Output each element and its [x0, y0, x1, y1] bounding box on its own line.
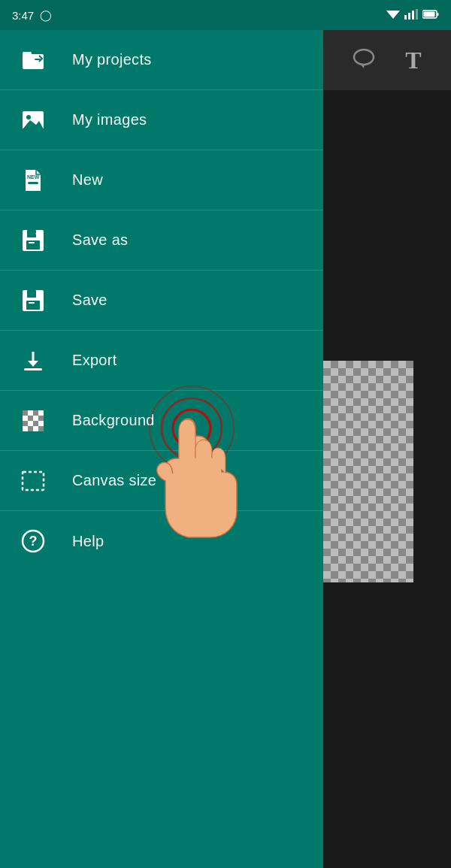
- my-projects-label: My projects: [72, 51, 152, 68]
- menu-item-canvas-size[interactable]: Canvas size: [0, 451, 323, 511]
- svg-rect-40: [38, 426, 44, 431]
- svg-rect-3: [412, 11, 414, 20]
- svg-rect-1: [404, 15, 407, 20]
- svg-marker-9: [360, 64, 365, 68]
- svg-rect-26: [27, 290, 36, 298]
- svg-rect-35: [28, 416, 33, 421]
- svg-rect-7: [424, 12, 435, 17]
- svg-rect-27: [26, 301, 40, 310]
- svg-rect-28: [29, 302, 35, 304]
- status-bar-right: [386, 9, 439, 22]
- svg-rect-21: [29, 242, 35, 243]
- right-panel-icons: T: [323, 30, 451, 90]
- svg-point-14: [26, 115, 31, 119]
- svg-rect-16: [28, 182, 38, 184]
- help-label: Help: [72, 533, 104, 550]
- save-icon: [18, 286, 48, 316]
- menu-item-my-images[interactable]: My images: [0, 90, 323, 150]
- battery-icon: [422, 9, 439, 21]
- menu-item-export[interactable]: Export: [0, 331, 323, 391]
- canvas-area: [323, 361, 413, 582]
- menu-item-save-as[interactable]: Save as: [0, 210, 323, 271]
- menu-item-my-projects[interactable]: My projects: [0, 30, 323, 90]
- svg-rect-37: [23, 421, 28, 426]
- new-label: New: [72, 171, 103, 189]
- svg-point-8: [354, 50, 374, 65]
- svg-rect-38: [33, 421, 38, 426]
- svg-rect-36: [38, 416, 44, 421]
- menu-item-background[interactable]: Background: [0, 391, 323, 451]
- svg-text:?: ?: [29, 534, 38, 549]
- svg-rect-20: [26, 240, 40, 250]
- my-images-icon: [18, 105, 48, 135]
- menu-item-help[interactable]: ? Help: [0, 511, 323, 571]
- wifi-icon: [386, 9, 400, 22]
- svg-marker-0: [386, 11, 400, 19]
- svg-rect-2: [408, 13, 410, 20]
- svg-rect-41: [23, 472, 44, 490]
- speech-bubble-icon[interactable]: [353, 47, 375, 74]
- canvas-size-icon: [18, 466, 48, 496]
- svg-text:NEW: NEW: [27, 174, 40, 180]
- signal-icon: [404, 9, 418, 22]
- export-icon: [18, 346, 48, 376]
- text-tool-icon[interactable]: T: [405, 47, 421, 74]
- svg-rect-34: [33, 410, 38, 416]
- svg-rect-33: [23, 410, 28, 416]
- new-file-icon: NEW: [18, 165, 48, 195]
- menu-item-save[interactable]: Save: [0, 271, 323, 331]
- menu-item-new[interactable]: NEW New: [0, 150, 323, 210]
- status-bar: 3:47 ◯: [0, 0, 451, 30]
- my-projects-icon: [18, 45, 48, 75]
- status-bar-left: 3:47 ◯: [12, 9, 52, 22]
- canvas-size-label: Canvas size: [72, 472, 156, 489]
- save-as-icon: [18, 225, 48, 256]
- svg-marker-30: [28, 361, 38, 367]
- background-label: Background: [72, 412, 155, 429]
- save-as-label: Save as: [72, 231, 128, 249]
- export-label: Export: [72, 352, 117, 369]
- help-icon: ?: [18, 526, 48, 556]
- sidebar: My projects My images NEW New: [0, 30, 323, 868]
- circle-status-icon: ◯: [40, 9, 52, 21]
- save-label: Save: [72, 292, 107, 309]
- svg-rect-39: [28, 426, 33, 431]
- svg-rect-11: [23, 52, 32, 56]
- svg-rect-19: [27, 230, 36, 237]
- svg-rect-12: [35, 59, 41, 60]
- svg-rect-6: [437, 13, 439, 16]
- svg-rect-31: [24, 368, 42, 370]
- background-icon: [18, 406, 48, 436]
- svg-rect-4: [416, 9, 418, 20]
- status-time: 3:47: [12, 9, 34, 22]
- my-images-label: My images: [72, 111, 147, 129]
